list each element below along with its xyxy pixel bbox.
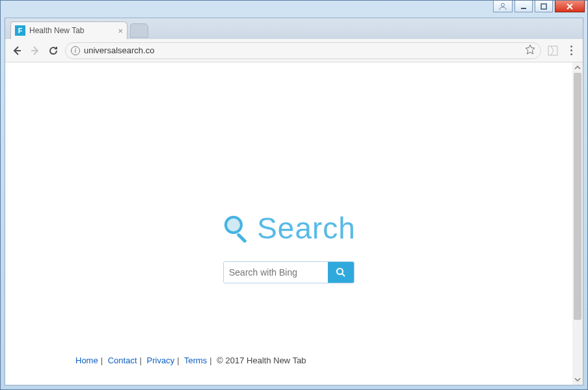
- tab-strip: F Health New Tab ×: [5, 18, 583, 39]
- back-button[interactable]: [10, 44, 23, 57]
- page-content: Search Home| Contact| Privacy|: [5, 62, 572, 385]
- svg-rect-1: [521, 8, 526, 9]
- svg-point-4: [226, 217, 241, 233]
- browser-chrome: F Health New Tab × i universalsearch.co: [5, 18, 583, 385]
- browser-menu-button[interactable]: [565, 46, 578, 55]
- brand-text: Search: [257, 211, 356, 246]
- os-titlebar: [1, 1, 587, 18]
- scroll-down-arrow[interactable]: [572, 374, 583, 385]
- new-tab-button[interactable]: [130, 23, 148, 38]
- minimize-button[interactable]: [514, 1, 533, 12]
- scroll-up-arrow[interactable]: [572, 62, 583, 73]
- svg-rect-5: [237, 233, 247, 243]
- reload-button[interactable]: [47, 44, 60, 57]
- bookmark-star-icon[interactable]: [525, 44, 535, 57]
- magnifier-icon: [222, 213, 252, 243]
- pdf-icon: [548, 46, 558, 56]
- tab-favicon: F: [15, 25, 25, 36]
- address-bar[interactable]: i universalsearch.co: [65, 42, 541, 59]
- browser-tab[interactable]: F Health New Tab ×: [10, 21, 127, 39]
- svg-rect-3: [548, 46, 557, 55]
- search-input[interactable]: [224, 262, 328, 283]
- minimize-icon: [520, 3, 528, 10]
- footer-link-privacy[interactable]: Privacy: [147, 356, 175, 365]
- forward-button[interactable]: [29, 44, 42, 57]
- user-icon: [498, 3, 507, 10]
- extension-icon[interactable]: [546, 44, 559, 57]
- reload-icon: [47, 45, 59, 57]
- scrollbar[interactable]: [572, 62, 583, 385]
- browser-toolbar: i universalsearch.co: [5, 39, 583, 62]
- site-info-icon[interactable]: i: [71, 46, 80, 55]
- footer-link-terms[interactable]: Terms: [184, 356, 207, 365]
- url-text: universalsearch.co: [84, 46, 521, 55]
- tab-title: Health New Tab: [29, 26, 85, 35]
- arrow-right-icon: [29, 45, 41, 57]
- footer-link-contact[interactable]: Contact: [108, 356, 137, 365]
- user-button[interactable]: [493, 1, 513, 12]
- page-viewport: Search Home| Contact| Privacy|: [5, 62, 583, 385]
- svg-point-6: [337, 268, 343, 274]
- svg-point-0: [501, 3, 505, 6]
- footer-link-home[interactable]: Home: [75, 356, 98, 365]
- svg-rect-2: [541, 4, 546, 9]
- search-icon: [336, 267, 346, 278]
- svg-line-7: [342, 274, 345, 276]
- search-brand: Search: [5, 211, 574, 246]
- maximize-icon: [540, 3, 548, 10]
- footer-copyright: © 2017 Health New Tab: [217, 356, 306, 365]
- scroll-thumb[interactable]: [574, 73, 581, 320]
- close-icon: [565, 3, 574, 10]
- tab-close-icon[interactable]: ×: [118, 27, 123, 35]
- os-window: F Health New Tab × i universalsearch.co: [0, 0, 588, 390]
- close-button[interactable]: [555, 1, 585, 12]
- arrow-left-icon: [11, 45, 23, 57]
- search-bar: [223, 261, 354, 283]
- page-footer: Home| Contact| Privacy| Terms| © 2017 He…: [75, 356, 306, 365]
- search-button[interactable]: [328, 262, 354, 283]
- maximize-button[interactable]: [535, 1, 553, 12]
